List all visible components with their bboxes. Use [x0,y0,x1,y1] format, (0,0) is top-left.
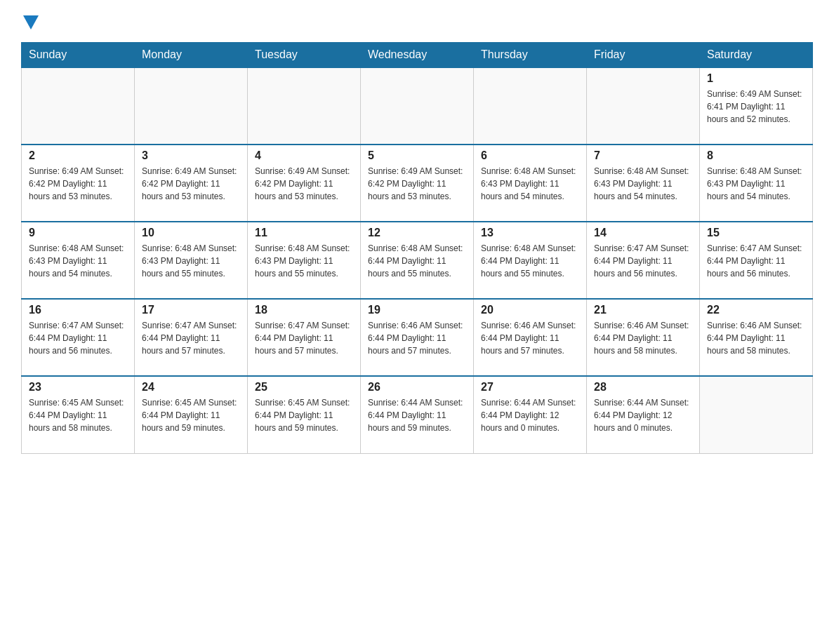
day-info: Sunrise: 6:49 AM Sunset: 6:41 PM Dayligh… [707,88,805,126]
calendar-cell [135,67,248,145]
day-number: 27 [481,381,579,394]
day-number: 21 [594,304,692,316]
day-number: 11 [255,227,353,239]
day-info: Sunrise: 6:49 AM Sunset: 6:42 PM Dayligh… [255,165,353,203]
calendar-cell: 13Sunrise: 6:48 AM Sunset: 6:44 PM Dayli… [474,222,587,299]
day-info: Sunrise: 6:46 AM Sunset: 6:44 PM Dayligh… [594,319,692,357]
calendar-cell [587,67,700,145]
page-header [21,14,813,28]
day-info: Sunrise: 6:45 AM Sunset: 6:44 PM Dayligh… [29,396,127,434]
day-info: Sunrise: 6:48 AM Sunset: 6:43 PM Dayligh… [29,242,127,280]
day-info: Sunrise: 6:47 AM Sunset: 6:44 PM Dayligh… [142,319,240,357]
day-of-week-header: Saturday [700,43,813,68]
day-info: Sunrise: 6:45 AM Sunset: 6:44 PM Dayligh… [255,396,353,434]
week-row: 1Sunrise: 6:49 AM Sunset: 6:41 PM Daylig… [22,67,813,145]
week-row: 16Sunrise: 6:47 AM Sunset: 6:44 PM Dayli… [22,299,813,376]
day-info: Sunrise: 6:46 AM Sunset: 6:44 PM Dayligh… [707,319,805,357]
day-number: 10 [142,227,240,239]
calendar-cell: 5Sunrise: 6:49 AM Sunset: 6:42 PM Daylig… [361,145,474,222]
calendar-cell: 28Sunrise: 6:44 AM Sunset: 6:44 PM Dayli… [587,376,700,453]
day-number: 7 [594,149,692,162]
day-info: Sunrise: 6:48 AM Sunset: 6:44 PM Dayligh… [368,242,466,280]
calendar-cell: 22Sunrise: 6:46 AM Sunset: 6:44 PM Dayli… [700,299,813,376]
day-info: Sunrise: 6:47 AM Sunset: 6:44 PM Dayligh… [29,319,127,357]
week-row: 23Sunrise: 6:45 AM Sunset: 6:44 PM Dayli… [22,376,813,453]
calendar-cell [700,376,813,453]
day-number: 28 [594,381,692,394]
day-info: Sunrise: 6:48 AM Sunset: 6:43 PM Dayligh… [142,242,240,280]
day-of-week-header: Sunday [22,43,135,68]
calendar-cell: 25Sunrise: 6:45 AM Sunset: 6:44 PM Dayli… [248,376,361,453]
calendar-table: SundayMondayTuesdayWednesdayThursdayFrid… [21,42,813,454]
calendar-cell [22,67,135,145]
day-number: 15 [707,227,805,239]
calendar-cell: 12Sunrise: 6:48 AM Sunset: 6:44 PM Dayli… [361,222,474,299]
day-number: 8 [707,149,805,162]
calendar-cell: 6Sunrise: 6:48 AM Sunset: 6:43 PM Daylig… [474,145,587,222]
calendar-cell: 16Sunrise: 6:47 AM Sunset: 6:44 PM Dayli… [22,299,135,376]
day-info: Sunrise: 6:44 AM Sunset: 6:44 PM Dayligh… [481,396,579,434]
day-of-week-header: Monday [135,43,248,68]
calendar-cell: 23Sunrise: 6:45 AM Sunset: 6:44 PM Dayli… [22,376,135,453]
day-info: Sunrise: 6:47 AM Sunset: 6:44 PM Dayligh… [255,319,353,357]
day-number: 4 [255,149,353,162]
day-of-week-header: Thursday [474,43,587,68]
calendar-cell: 21Sunrise: 6:46 AM Sunset: 6:44 PM Dayli… [587,299,700,376]
calendar-cell: 10Sunrise: 6:48 AM Sunset: 6:43 PM Dayli… [135,222,248,299]
day-info: Sunrise: 6:48 AM Sunset: 6:43 PM Dayligh… [481,165,579,203]
calendar-cell: 3Sunrise: 6:49 AM Sunset: 6:42 PM Daylig… [135,145,248,222]
logo-triangle-icon [23,15,39,29]
day-number: 1 [707,72,805,85]
day-number: 19 [368,304,466,316]
day-number: 23 [29,381,127,394]
calendar-cell [361,67,474,145]
svg-marker-0 [23,15,39,29]
calendar-cell: 20Sunrise: 6:46 AM Sunset: 6:44 PM Dayli… [474,299,587,376]
day-info: Sunrise: 6:49 AM Sunset: 6:42 PM Dayligh… [142,165,240,203]
day-info: Sunrise: 6:47 AM Sunset: 6:44 PM Dayligh… [707,242,805,280]
day-info: Sunrise: 6:48 AM Sunset: 6:44 PM Dayligh… [481,242,579,280]
day-number: 17 [142,304,240,316]
calendar-cell: 14Sunrise: 6:47 AM Sunset: 6:44 PM Dayli… [587,222,700,299]
calendar-cell: 19Sunrise: 6:46 AM Sunset: 6:44 PM Dayli… [361,299,474,376]
calendar-header-row: SundayMondayTuesdayWednesdayThursdayFrid… [22,43,813,68]
calendar-cell: 1Sunrise: 6:49 AM Sunset: 6:41 PM Daylig… [700,67,813,145]
day-info: Sunrise: 6:47 AM Sunset: 6:44 PM Dayligh… [594,242,692,280]
day-number: 2 [29,149,127,162]
logo [21,14,39,28]
calendar-cell: 27Sunrise: 6:44 AM Sunset: 6:44 PM Dayli… [474,376,587,453]
day-number: 14 [594,227,692,239]
day-number: 22 [707,304,805,316]
day-info: Sunrise: 6:48 AM Sunset: 6:43 PM Dayligh… [594,165,692,203]
day-info: Sunrise: 6:49 AM Sunset: 6:42 PM Dayligh… [29,165,127,203]
day-number: 16 [29,304,127,316]
calendar-cell: 26Sunrise: 6:44 AM Sunset: 6:44 PM Dayli… [361,376,474,453]
day-number: 6 [481,149,579,162]
day-number: 3 [142,149,240,162]
week-row: 9Sunrise: 6:48 AM Sunset: 6:43 PM Daylig… [22,222,813,299]
day-info: Sunrise: 6:44 AM Sunset: 6:44 PM Dayligh… [368,396,466,434]
calendar-cell: 15Sunrise: 6:47 AM Sunset: 6:44 PM Dayli… [700,222,813,299]
day-info: Sunrise: 6:49 AM Sunset: 6:42 PM Dayligh… [368,165,466,203]
day-number: 5 [368,149,466,162]
day-info: Sunrise: 6:46 AM Sunset: 6:44 PM Dayligh… [481,319,579,357]
calendar-cell: 4Sunrise: 6:49 AM Sunset: 6:42 PM Daylig… [248,145,361,222]
day-info: Sunrise: 6:48 AM Sunset: 6:43 PM Dayligh… [707,165,805,203]
calendar-cell: 17Sunrise: 6:47 AM Sunset: 6:44 PM Dayli… [135,299,248,376]
day-of-week-header: Friday [587,43,700,68]
day-info: Sunrise: 6:46 AM Sunset: 6:44 PM Dayligh… [368,319,466,357]
calendar-cell: 9Sunrise: 6:48 AM Sunset: 6:43 PM Daylig… [22,222,135,299]
week-row: 2Sunrise: 6:49 AM Sunset: 6:42 PM Daylig… [22,145,813,222]
day-number: 18 [255,304,353,316]
day-number: 12 [368,227,466,239]
day-info: Sunrise: 6:44 AM Sunset: 6:44 PM Dayligh… [594,396,692,434]
calendar-cell [474,67,587,145]
day-number: 26 [368,381,466,394]
calendar-cell [248,67,361,145]
day-of-week-header: Tuesday [248,43,361,68]
day-info: Sunrise: 6:45 AM Sunset: 6:44 PM Dayligh… [142,396,240,434]
calendar-cell: 7Sunrise: 6:48 AM Sunset: 6:43 PM Daylig… [587,145,700,222]
calendar-cell: 18Sunrise: 6:47 AM Sunset: 6:44 PM Dayli… [248,299,361,376]
calendar-cell: 8Sunrise: 6:48 AM Sunset: 6:43 PM Daylig… [700,145,813,222]
day-number: 20 [481,304,579,316]
